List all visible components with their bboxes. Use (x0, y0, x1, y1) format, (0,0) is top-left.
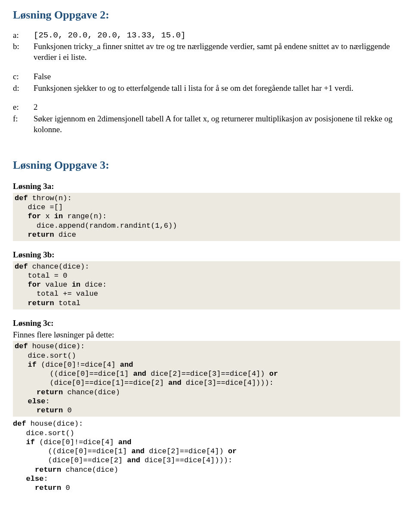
item-c-text: False (34, 71, 400, 82)
subheading-3b: Løsning 3b: (13, 250, 400, 260)
item-b: b: Funksjonen tricky_a finner snittet av… (13, 41, 400, 62)
item-d-text: Funksjonen sjekker to og to etterfølgend… (34, 83, 400, 94)
code-block-3c-2: def house(dice): dice.sort() if (dice[0]… (13, 418, 400, 492)
item-a-text: [25.0, 20.0, 20.0, 13.33, 15.0] (34, 30, 400, 41)
item-a-label: a: (13, 30, 34, 41)
item-c: c: False (13, 71, 400, 82)
item-d-label: d: (13, 83, 34, 94)
code-block-3b: def chance(dice): total = 0 for value in… (13, 261, 400, 309)
item-c-label: c: (13, 71, 34, 82)
item-d: d: Funksjonen sjekker to og to etterfølg… (13, 83, 400, 94)
code-block-3a: def throw(n): dice =[] for x in range(n)… (13, 193, 400, 241)
item-e: e: 2 (13, 102, 400, 113)
heading-oppgave-2: Løsning Oppgave 2: (13, 8, 400, 22)
code-block-3c-1: def house(dice): dice.sort() if (dice[0]… (13, 341, 400, 417)
heading-oppgave-3: Løsning Oppgave 3: (13, 158, 400, 173)
note-3c: Finnes flere løsninger på dette: (13, 330, 400, 340)
item-e-text: 2 (34, 102, 400, 113)
item-f-text: Søker igjennom en 2dimensjonell tabell A… (34, 114, 400, 135)
subheading-3c: Løsning 3c: (13, 318, 400, 329)
item-e-label: e: (13, 102, 34, 113)
subheading-3a: Løsning 3a: (13, 181, 400, 192)
item-f-label: f: (13, 114, 34, 135)
item-b-label: b: (13, 41, 34, 62)
item-a: a: [25.0, 20.0, 20.0, 13.33, 15.0] (13, 30, 400, 41)
item-b-text: Funksjonen tricky_a finner snittet av tr… (34, 41, 400, 62)
item-f: f: Søker igjennom en 2dimensjonell tabel… (13, 114, 400, 135)
